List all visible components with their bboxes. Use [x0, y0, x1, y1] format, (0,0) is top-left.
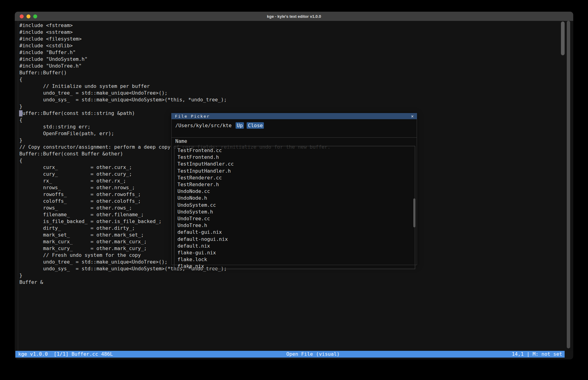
close-window-button[interactable]: [20, 14, 24, 18]
code-line: #include <filesystem>: [19, 36, 566, 42]
file-list-item[interactable]: UndoTree.cc: [177, 215, 415, 222]
code-line: #include "UndoSystem.h": [19, 56, 566, 63]
file-list-item[interactable]: default-nogui.nix: [177, 236, 415, 243]
scrollbar-track[interactable]: [567, 21, 570, 348]
code-line: #include "UndoTree.h": [19, 63, 566, 69]
file-list[interactable]: TestFrontend.cc TestFrontend.h TestInput…: [174, 146, 415, 269]
file-list-item[interactable]: TestFrontend.h: [177, 154, 415, 161]
file-picker-title: File Picker: [175, 114, 210, 119]
file-picker-body: /Users/kyle/src/kte Up Close Name TestFr…: [171, 119, 417, 265]
code-line: #include <fstream>: [19, 22, 566, 29]
status-cursor-position: 14,1 | M: not set: [512, 351, 562, 358]
status-version-file: kge v1.0.0 [1/1] Buffer.cc 486L: [18, 351, 113, 358]
code-line: #include "Buffer.h": [19, 49, 566, 56]
traffic-lights: [20, 12, 37, 21]
code-line: undo_tree_ = std::make_unique<UndoTree>(…: [19, 90, 566, 96]
cursor-block: [19, 110, 22, 116]
path-row: /Users/kyle/src/kte Up Close: [175, 122, 264, 129]
window-titlebar[interactable]: kge - kyle's text editor v1.0.0: [15, 12, 573, 21]
divider: [172, 137, 417, 138]
minimize-window-button[interactable]: [26, 14, 30, 18]
code-line: Buffer::Buffer(): [19, 69, 566, 76]
file-list-item[interactable]: flake.nix: [177, 263, 415, 269]
file-list-item[interactable]: UndoSystem.h: [177, 209, 415, 215]
file-list-item[interactable]: UndoNode.cc: [177, 188, 415, 195]
code-line: }: [19, 272, 566, 279]
file-list-item[interactable]: flake-gui.nix: [177, 249, 415, 256]
up-button[interactable]: Up: [236, 122, 244, 129]
name-column-header: Name: [175, 138, 187, 144]
file-list-item[interactable]: flake.lock: [177, 256, 415, 263]
close-button[interactable]: Close: [247, 122, 264, 129]
code-line: {: [19, 76, 566, 83]
code-line: undo_sys_ = std::make_unique<UndoSystem>…: [19, 96, 566, 103]
current-path: /Users/kyle/src/kte: [175, 123, 232, 128]
status-bar: kge v1.0.0 [1/1] Buffer.cc 486L Open Fil…: [15, 351, 565, 358]
code-line: #include <sstream>: [19, 29, 566, 36]
file-list-item[interactable]: TestInputHandler.h: [177, 168, 415, 174]
file-picker-dialog: File Picker ✕ /Users/kyle/src/kte Up Clo…: [171, 113, 417, 265]
file-list-item[interactable]: UndoSystem.cc: [177, 202, 415, 209]
file-list-item[interactable]: TestRenderer.h: [177, 181, 415, 188]
file-list-item[interactable]: TestInputHandler.cc: [177, 161, 415, 167]
file-list-item[interactable]: TestFrontend.cc: [177, 147, 415, 154]
code-line: }: [19, 103, 566, 110]
window-title: kge - kyle's text editor v1.0.0: [267, 14, 321, 19]
file-list-item[interactable]: UndoNode.h: [177, 195, 415, 202]
close-icon[interactable]: ✕: [411, 113, 414, 119]
file-list-item[interactable]: default.nix: [177, 243, 415, 249]
code-line: Buffer &: [19, 279, 566, 286]
file-picker-titlebar[interactable]: File Picker ✕: [171, 113, 417, 119]
file-list-item[interactable]: default-gui.nix: [177, 229, 415, 236]
file-list-scrollbar-thumb[interactable]: [413, 198, 415, 227]
scrollbar-thumb[interactable]: [561, 22, 565, 55]
code-line: #include <cstdlib>: [19, 42, 566, 49]
zoom-window-button[interactable]: [33, 14, 37, 18]
status-mode: Open File (visual): [286, 351, 340, 358]
code-line: // Initialize undo system per buffer: [19, 83, 566, 90]
file-list-item[interactable]: UndoTree.h: [177, 222, 415, 229]
file-list-item[interactable]: TestRenderer.cc: [177, 174, 415, 181]
